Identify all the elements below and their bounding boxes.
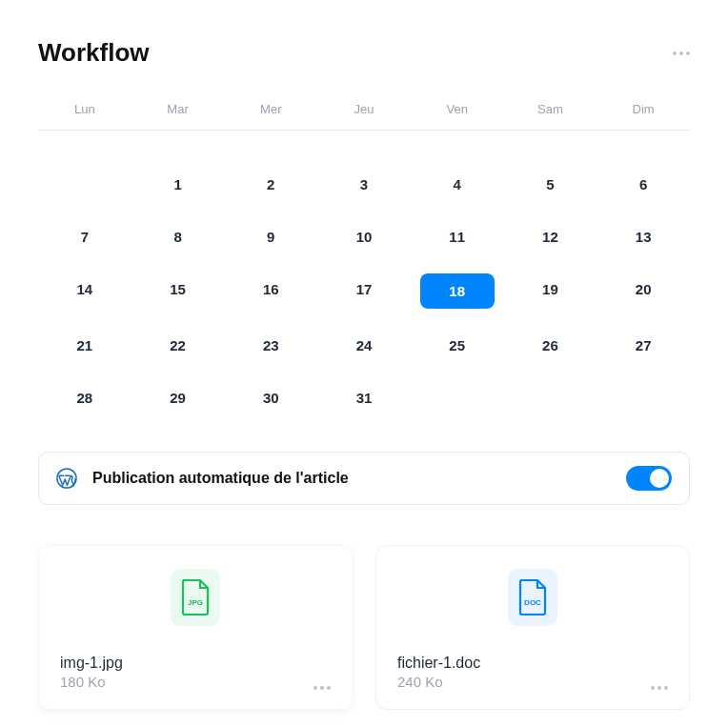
calendar-day[interactable]: 27 [597,330,690,361]
calendar-day[interactable]: 18 [420,273,495,309]
calendar-day[interactable]: 20 [597,273,690,309]
file-name: img-1.jpg [60,655,123,672]
calendar-day[interactable]: 2 [224,169,317,200]
weekday-label: Dim [597,102,690,116]
calendar-day[interactable]: 12 [504,221,597,252]
calendar-day[interactable]: 25 [411,330,504,361]
calendar-day[interactable]: 6 [597,169,690,200]
calendar-day[interactable]: 26 [504,330,597,361]
file-type-icon: JPG [171,569,220,626]
calendar-day[interactable]: 15 [131,273,225,309]
file-size: 240 Ko [397,674,480,690]
calendar: LunMarMerJeuVenSamDim 123456789101112131… [38,102,690,413]
file-more-icon[interactable] [313,686,331,690]
calendar-day[interactable]: 29 [131,382,225,413]
auto-publish-row: Publication automatique de l'article [38,452,690,505]
file-more-icon[interactable] [651,686,668,690]
calendar-day[interactable]: 31 [317,382,411,413]
weekday-label: Lun [38,102,131,116]
weekday-label: Jeu [317,102,411,116]
svg-text:JPG: JPG [188,598,203,607]
calendar-day[interactable]: 11 [411,221,504,252]
calendar-day[interactable]: 23 [224,330,317,361]
wordpress-icon [56,468,77,489]
file-card[interactable]: DOC fichier-1.doc 240 Ko [375,545,690,710]
file-name: fichier-1.doc [397,655,480,672]
weekday-label: Mar [131,102,225,116]
calendar-day[interactable]: 24 [317,330,411,361]
auto-publish-toggle[interactable] [626,466,672,491]
file-card[interactable]: JPG img-1.jpg 180 Ko [38,545,353,710]
file-size: 180 Ko [60,674,123,690]
more-icon[interactable] [673,51,690,55]
calendar-day[interactable]: 21 [38,330,131,361]
calendar-day[interactable]: 4 [411,169,504,200]
calendar-day[interactable]: 19 [504,273,597,309]
page-title: Workflow [38,38,150,68]
calendar-day[interactable]: 30 [224,382,317,413]
calendar-day[interactable]: 28 [38,382,131,413]
calendar-day[interactable]: 10 [317,221,411,252]
svg-text:DOC: DOC [524,598,541,607]
calendar-day[interactable]: 22 [131,330,225,361]
weekday-label: Mer [224,102,317,116]
auto-publish-label: Publication automatique de l'article [92,470,626,487]
calendar-day[interactable]: 9 [224,221,317,252]
file-type-icon: DOC [508,569,557,626]
calendar-day[interactable]: 1 [131,169,225,200]
calendar-day[interactable]: 14 [38,273,131,309]
calendar-day[interactable]: 7 [38,221,131,252]
weekday-label: Ven [411,102,504,116]
calendar-day[interactable]: 5 [504,169,597,200]
calendar-day[interactable]: 3 [317,169,411,200]
calendar-day[interactable]: 17 [317,273,411,309]
weekday-label: Sam [504,102,597,116]
calendar-day[interactable]: 13 [597,221,690,252]
calendar-day[interactable]: 16 [224,273,317,309]
calendar-day[interactable]: 8 [131,221,225,252]
